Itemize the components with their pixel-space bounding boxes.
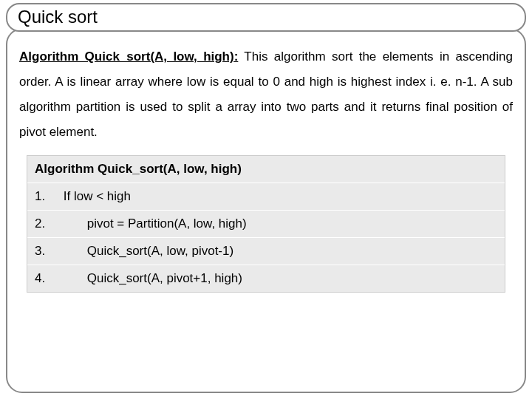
step-number: 2.: [35, 216, 52, 231]
algorithm-description: Algorithm Quick_sort(A, low, high): This…: [19, 44, 513, 145]
description-lead: Algorithm Quick_sort(A, low, high):: [19, 50, 238, 64]
page-title: Quick sort: [18, 7, 514, 27]
step-text: If low < high: [64, 189, 131, 203]
title-card: Quick sort: [6, 3, 526, 32]
algorithm-header: Algorithm Quick_sort(A, low, high): [27, 156, 505, 183]
algorithm-step: 2. pivot = Partition(A, low, high): [27, 211, 505, 238]
algorithm-step: 4. Quick_sort(A, pivot+1, high): [27, 265, 505, 292]
algorithm-step: 3. Quick_sort(A, low, pivot-1): [27, 238, 505, 265]
step-text: pivot = Partition(A, low, high): [87, 216, 247, 231]
step-text: Quick_sort(A, pivot+1, high): [87, 271, 242, 285]
content-frame: Algorithm Quick_sort(A, low, high): This…: [6, 28, 526, 393]
step-text: Quick_sort(A, low, pivot-1): [87, 244, 233, 258]
step-number: 4.: [35, 271, 52, 286]
content-area: Algorithm Quick_sort(A, low, high): This…: [18, 44, 514, 293]
step-number: 3.: [35, 244, 52, 259]
algorithm-box: Algorithm Quick_sort(A, low, high) 1. If…: [27, 155, 505, 293]
algorithm-step: 1. If low < high: [27, 183, 505, 211]
step-number: 1.: [35, 189, 52, 204]
